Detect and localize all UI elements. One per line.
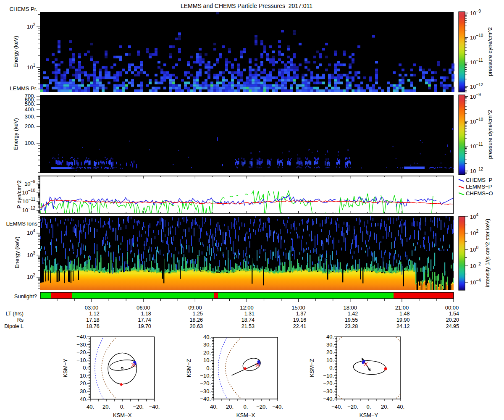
svg-text:0.: 0. <box>206 365 211 371</box>
svg-text:−20.: −20. <box>200 380 211 386</box>
svg-text:40.: 40. <box>87 404 94 410</box>
svg-text:12:00: 12:00 <box>240 304 254 311</box>
svg-text:21:00: 21:00 <box>395 304 409 311</box>
svg-text:40.: 40. <box>397 404 404 410</box>
svg-text:0.: 0. <box>367 404 371 410</box>
svg-text:24.95: 24.95 <box>446 323 459 329</box>
svg-text:100.: 100. <box>25 140 35 146</box>
svg-text:20.: 20. <box>326 349 334 355</box>
svg-text:−40.: −40. <box>200 396 211 402</box>
svg-text:CHEMS−O: CHEMS−O <box>466 190 493 197</box>
svg-text:0.: 0. <box>83 365 87 371</box>
svg-text:−20.: −20. <box>323 380 334 386</box>
svg-text:20.: 20. <box>80 380 87 386</box>
svg-text:−10.: −10. <box>323 373 334 379</box>
svg-text:24.12: 24.12 <box>396 323 410 329</box>
svg-text:1.54: 1.54 <box>449 311 459 317</box>
svg-text:LEMMS and CHEMS Particle Press: LEMMS and CHEMS Particle Pressures 2017:… <box>181 3 312 9</box>
svg-text:−20.: −20. <box>347 404 358 410</box>
svg-text:200.: 200. <box>25 123 35 129</box>
svg-text:19.55: 19.55 <box>345 317 358 323</box>
svg-text:LT (hrs): LT (hrs) <box>5 311 24 317</box>
svg-text:10.: 10. <box>326 357 334 363</box>
svg-text:20.63: 20.63 <box>190 323 203 329</box>
svg-text:40.: 40. <box>80 396 87 402</box>
svg-text:18.76: 18.76 <box>86 323 99 329</box>
svg-text:pressure dyne/cm^2: pressure dyne/cm^2 <box>487 27 493 76</box>
svg-text:pressure dyne/cm^2: pressure dyne/cm^2 <box>487 110 493 159</box>
svg-text:KSM−X: KSM−X <box>113 412 132 418</box>
svg-text:KSM−Y: KSM−Y <box>360 412 378 418</box>
svg-text:30.: 30. <box>326 341 334 348</box>
svg-text:intensity 1/(s cm^2 ster keV): intensity 1/(s cm^2 ster keV) <box>484 219 491 287</box>
svg-text:−30.: −30. <box>76 341 87 348</box>
svg-text:KSM−Z: KSM−Z <box>309 359 315 377</box>
svg-text:KSM−X: KSM−X <box>236 412 255 418</box>
svg-text:−40.: −40. <box>323 396 334 402</box>
svg-text:00:00: 00:00 <box>445 304 459 311</box>
svg-text:1.37: 1.37 <box>296 311 306 317</box>
svg-text:−10.: −10. <box>200 373 211 379</box>
svg-text:20.20: 20.20 <box>446 317 459 323</box>
svg-text:1.48: 1.48 <box>399 311 410 317</box>
svg-text:10.: 10. <box>80 373 87 379</box>
svg-text:Energy (keV): Energy (keV) <box>13 118 19 150</box>
svg-text:20.: 20. <box>102 404 110 410</box>
svg-text:30.: 30. <box>80 388 87 394</box>
svg-text:1.18: 1.18 <box>141 311 151 317</box>
svg-text:23.28: 23.28 <box>345 323 358 329</box>
svg-text:700.: 700. <box>25 93 35 99</box>
svg-text:18:00: 18:00 <box>344 304 357 311</box>
svg-text:20.: 20. <box>226 404 234 410</box>
svg-text:−30.: −30. <box>323 388 334 394</box>
svg-text:LEMMS Pr.: LEMMS Pr. <box>10 85 37 92</box>
svg-text:P dyn/cm^2: P dyn/cm^2 <box>16 180 22 208</box>
svg-text:10.: 10. <box>203 357 211 363</box>
svg-text:15:00: 15:00 <box>291 304 305 311</box>
svg-text:09:00: 09:00 <box>188 304 202 311</box>
svg-text:03:00: 03:00 <box>85 304 99 311</box>
svg-text:−10.: −10. <box>76 357 87 363</box>
svg-text:0.: 0. <box>329 365 334 371</box>
svg-text:30.: 30. <box>203 341 211 348</box>
svg-text:−20.: −20. <box>256 404 267 410</box>
svg-text:40.: 40. <box>210 404 218 410</box>
svg-text:Energy (keV): Energy (keV) <box>13 36 19 68</box>
svg-text:KSM−Y: KSM−Y <box>62 359 68 378</box>
svg-text:1.31: 1.31 <box>244 311 255 317</box>
svg-text:0.: 0. <box>244 404 248 410</box>
svg-text:−20.: −20. <box>76 349 87 355</box>
svg-text:19.16: 19.16 <box>293 317 306 323</box>
svg-text:Energy (keV): Energy (keV) <box>14 236 20 268</box>
svg-text:19.70: 19.70 <box>138 323 151 329</box>
svg-text:18.74: 18.74 <box>242 317 255 323</box>
svg-text:LEMMS Ions: LEMMS Ions <box>6 220 38 227</box>
svg-text:−40.: −40. <box>149 404 160 410</box>
svg-text:20.: 20. <box>203 349 211 356</box>
svg-text:LEMMS−P: LEMMS−P <box>466 184 492 190</box>
svg-text:22.41: 22.41 <box>293 323 306 329</box>
svg-text:40.: 40. <box>326 333 334 340</box>
svg-text:1.12: 1.12 <box>89 311 99 317</box>
svg-text:400.: 400. <box>25 106 35 113</box>
svg-text:300.: 300. <box>25 113 35 120</box>
svg-text:−40.: −40. <box>76 333 87 340</box>
svg-text:−40.: −40. <box>331 404 342 410</box>
svg-text:−30.: −30. <box>200 388 211 394</box>
svg-text:20.: 20. <box>381 404 388 410</box>
svg-text:Dipole L: Dipole L <box>4 323 24 329</box>
svg-text:0.: 0. <box>120 404 125 410</box>
svg-text:17.74: 17.74 <box>138 317 151 323</box>
svg-text:−20.: −20. <box>133 404 144 410</box>
svg-text:1.25: 1.25 <box>193 311 203 317</box>
svg-text:−40.: −40. <box>272 404 283 410</box>
svg-text:40.: 40. <box>203 334 211 340</box>
svg-text:Sunlight?: Sunlight? <box>14 293 37 299</box>
svg-text:CHEMS−P: CHEMS−P <box>466 177 492 183</box>
svg-text:KSM−Z: KSM−Z <box>186 359 192 378</box>
svg-text:21.53: 21.53 <box>242 323 255 329</box>
svg-text:17.18: 17.18 <box>86 317 99 323</box>
svg-text:1.42: 1.42 <box>348 311 358 317</box>
svg-text:18.26: 18.26 <box>190 317 203 323</box>
svg-text:06:00: 06:00 <box>136 304 150 311</box>
